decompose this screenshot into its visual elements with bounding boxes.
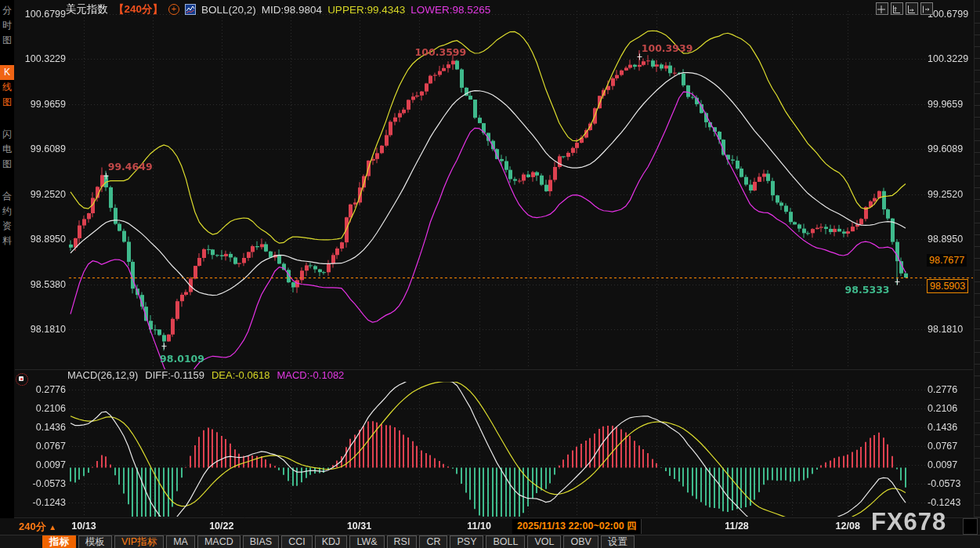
interval-selector-label: 240分 xyxy=(19,521,46,532)
toolbar-button-vip指标[interactable]: VIP指标 xyxy=(114,535,164,548)
toolbar-button-vol[interactable]: VOL xyxy=(527,535,561,548)
sidebar-tab-K线图[interactable]: K线图 xyxy=(0,65,14,110)
chart-type-icon[interactable] xyxy=(185,4,196,15)
last-price-badge: 98.5903 xyxy=(927,279,968,293)
sidebar-tab-char: 合 xyxy=(0,189,14,204)
scale-horizontal-icon[interactable] xyxy=(906,2,918,15)
toolbar-button-模板[interactable]: 模板 xyxy=(78,535,112,548)
sidebar-tab-char: 图 xyxy=(0,157,14,172)
alert-record-icon[interactable] xyxy=(16,373,28,386)
date-tick-label: 10/31 xyxy=(347,521,371,532)
pan-icon[interactable] xyxy=(876,2,888,15)
shift-right-icon[interactable] xyxy=(920,2,933,15)
toolbar-button-bias[interactable]: BIAS xyxy=(243,535,280,548)
interval-selector-arrow-icon: ▲ xyxy=(49,523,56,532)
toolbar-button-设置[interactable]: 设置 xyxy=(601,535,635,548)
time-axis: 240分 ▲ 10/1310/2210/3111/102025/11/13 22… xyxy=(0,518,980,535)
date-tick-label: 10/13 xyxy=(71,521,96,532)
macd-dea-value: DEA:-0.0618 xyxy=(212,369,269,381)
trading-app: 分时图K线图闪电图合约资料 美元指数 【240分】 BOLL(20,2) MID… xyxy=(0,0,980,548)
sidebar-tab-char: 分 xyxy=(0,3,14,18)
toolbar-button-psy[interactable]: PSY xyxy=(450,535,483,548)
date-tick-label: 12/08 xyxy=(836,521,860,532)
sidebar-tab-char: K xyxy=(0,65,14,80)
indicator-name: BOLL(20,2) xyxy=(201,4,256,16)
chart-tool-icons xyxy=(876,2,933,15)
interval-selector[interactable]: 240分 ▲ xyxy=(19,520,56,534)
sidebar-tab-char: 线 xyxy=(0,80,14,95)
sidebar-tab-分时图[interactable]: 分时图 xyxy=(0,3,14,48)
sidebar-tab-char: 图 xyxy=(0,33,14,48)
toolbar-button-cr[interactable]: CR xyxy=(419,535,447,548)
toolbar-button-lw[interactable]: LW& xyxy=(349,535,384,548)
sidebar-tab-闪电图[interactable]: 闪电图 xyxy=(0,127,14,172)
toolbar-button-cci[interactable]: CCI xyxy=(281,535,313,548)
sidebar-tab-合约资料[interactable]: 合约资料 xyxy=(0,189,14,249)
toolbar-button-rsi[interactable]: RSI xyxy=(387,535,418,548)
macd-bar-value: MACD:-0.1082 xyxy=(277,369,344,381)
date-tick-label: 11/10 xyxy=(467,521,491,532)
boll-mid-value: MID:98.9804 xyxy=(262,4,322,16)
date-tick-label: 11/28 xyxy=(725,521,749,532)
toolbar-button-obv[interactable]: OBV xyxy=(563,535,598,548)
sidebar-tab-char: 时 xyxy=(0,18,14,33)
add-indicator-icon[interactable] xyxy=(168,4,179,15)
macd-diff-value: DIFF:-0.1159 xyxy=(145,369,204,381)
sidebar-tab-char: 资 xyxy=(0,219,14,234)
sidebar-tab-char: 料 xyxy=(0,234,14,249)
toolbar-button-指标[interactable]: 指标 xyxy=(42,535,76,548)
fx678-watermark: FX678 xyxy=(871,508,946,536)
scale-vertical-icon[interactable] xyxy=(891,2,903,15)
boll-upper-value: UPPER:99.4343 xyxy=(327,4,405,16)
toolbar-button-ma[interactable]: MA xyxy=(166,535,195,548)
alert-record-icon-dot xyxy=(20,378,23,380)
boll-lower-value: LOWER:98.5265 xyxy=(410,4,490,16)
reference-price-badge: 98.7677 xyxy=(927,254,967,267)
symbol-title: 美元指数 xyxy=(66,2,108,16)
sidebar-tab-char: 图 xyxy=(0,95,14,110)
axis-corner-box xyxy=(963,518,978,535)
chart-canvas[interactable] xyxy=(0,0,980,548)
toolbar-button-macd[interactable]: MACD xyxy=(197,535,240,548)
macd-indicator-name: MACD(26,12,9) xyxy=(67,369,138,381)
sidebar: 分时图K线图闪电图合约资料 xyxy=(0,0,14,518)
sidebar-tab-char: 电 xyxy=(0,142,14,157)
date-tick-label: 10/22 xyxy=(209,521,233,532)
interval-title: 【240分】 xyxy=(114,2,163,16)
sidebar-tab-char: 约 xyxy=(0,204,14,219)
toolbar-button-kdj[interactable]: KDJ xyxy=(315,535,348,548)
right-scrollbar[interactable] xyxy=(974,0,980,517)
macd-header: MACD(26,12,9) DIFF:-0.1159 DEA:-0.0618 M… xyxy=(67,369,344,381)
sidebar-tab-char: 闪 xyxy=(0,127,14,142)
toolbar-button-boll[interactable]: BOLL xyxy=(486,535,525,548)
chart-header: 美元指数 【240分】 BOLL(20,2) MID:98.9804 UPPER… xyxy=(66,2,490,16)
indicator-toolbar: 指标模板VIP指标MAMACDBIASCCIKDJLW&RSICRPSYBOLL… xyxy=(0,535,980,548)
selected-time-label: 2025/11/13 22:00~02:00 四 xyxy=(512,519,642,534)
